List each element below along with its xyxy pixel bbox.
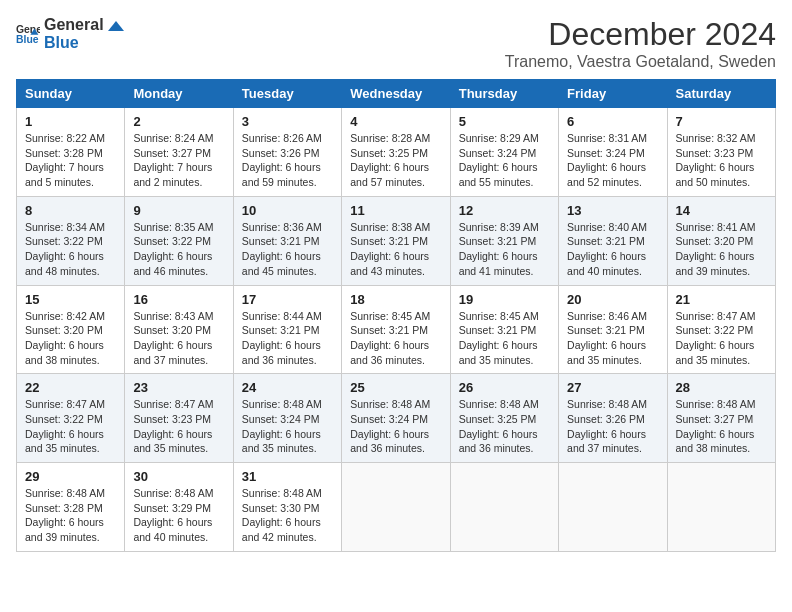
day-number: 16 [133, 292, 224, 307]
logo-blue: Blue [44, 34, 128, 52]
day-number: 11 [350, 203, 441, 218]
main-title: December 2024 [505, 16, 776, 53]
calendar-cell: 25Sunrise: 8:48 AMSunset: 3:24 PMDayligh… [342, 374, 450, 463]
day-number: 18 [350, 292, 441, 307]
day-info: Sunrise: 8:32 AMSunset: 3:23 PMDaylight:… [676, 131, 767, 190]
day-info: Sunrise: 8:39 AMSunset: 3:21 PMDaylight:… [459, 220, 550, 279]
calendar-cell: 2Sunrise: 8:24 AMSunset: 3:27 PMDaylight… [125, 108, 233, 197]
day-info: Sunrise: 8:48 AMSunset: 3:25 PMDaylight:… [459, 397, 550, 456]
calendar-cell: 9Sunrise: 8:35 AMSunset: 3:22 PMDaylight… [125, 196, 233, 285]
day-number: 5 [459, 114, 550, 129]
day-number: 7 [676, 114, 767, 129]
svg-marker-3 [108, 21, 124, 31]
calendar-cell: 1Sunrise: 8:22 AMSunset: 3:28 PMDaylight… [17, 108, 125, 197]
logo-icon: General Blue [16, 22, 40, 46]
title-area: December 2024 Tranemo, Vaestra Goetaland… [505, 16, 776, 71]
calendar-cell: 22Sunrise: 8:47 AMSunset: 3:22 PMDayligh… [17, 374, 125, 463]
calendar-cell [450, 463, 558, 552]
day-info: Sunrise: 8:48 AMSunset: 3:29 PMDaylight:… [133, 486, 224, 545]
week-row-3: 15Sunrise: 8:42 AMSunset: 3:20 PMDayligh… [17, 285, 776, 374]
calendar-cell: 23Sunrise: 8:47 AMSunset: 3:23 PMDayligh… [125, 374, 233, 463]
calendar-cell: 31Sunrise: 8:48 AMSunset: 3:30 PMDayligh… [233, 463, 341, 552]
calendar-cell: 24Sunrise: 8:48 AMSunset: 3:24 PMDayligh… [233, 374, 341, 463]
calendar-cell: 12Sunrise: 8:39 AMSunset: 3:21 PMDayligh… [450, 196, 558, 285]
calendar-cell [342, 463, 450, 552]
day-number: 1 [25, 114, 116, 129]
day-number: 8 [25, 203, 116, 218]
calendar-table: SundayMondayTuesdayWednesdayThursdayFrid… [16, 79, 776, 552]
day-info: Sunrise: 8:35 AMSunset: 3:22 PMDaylight:… [133, 220, 224, 279]
day-info: Sunrise: 8:48 AMSunset: 3:26 PMDaylight:… [567, 397, 658, 456]
svg-text:Blue: Blue [16, 33, 39, 44]
calendar-cell [559, 463, 667, 552]
day-info: Sunrise: 8:34 AMSunset: 3:22 PMDaylight:… [25, 220, 116, 279]
day-info: Sunrise: 8:26 AMSunset: 3:26 PMDaylight:… [242, 131, 333, 190]
day-info: Sunrise: 8:46 AMSunset: 3:21 PMDaylight:… [567, 309, 658, 368]
day-info: Sunrise: 8:48 AMSunset: 3:24 PMDaylight:… [350, 397, 441, 456]
day-info: Sunrise: 8:24 AMSunset: 3:27 PMDaylight:… [133, 131, 224, 190]
day-number: 24 [242, 380, 333, 395]
day-info: Sunrise: 8:44 AMSunset: 3:21 PMDaylight:… [242, 309, 333, 368]
day-number: 19 [459, 292, 550, 307]
day-number: 3 [242, 114, 333, 129]
day-number: 4 [350, 114, 441, 129]
day-number: 14 [676, 203, 767, 218]
calendar-cell: 6Sunrise: 8:31 AMSunset: 3:24 PMDaylight… [559, 108, 667, 197]
day-info: Sunrise: 8:38 AMSunset: 3:21 PMDaylight:… [350, 220, 441, 279]
day-number: 30 [133, 469, 224, 484]
header-monday: Monday [125, 80, 233, 108]
day-number: 21 [676, 292, 767, 307]
day-number: 22 [25, 380, 116, 395]
day-info: Sunrise: 8:43 AMSunset: 3:20 PMDaylight:… [133, 309, 224, 368]
day-info: Sunrise: 8:47 AMSunset: 3:22 PMDaylight:… [676, 309, 767, 368]
calendar-cell: 7Sunrise: 8:32 AMSunset: 3:23 PMDaylight… [667, 108, 775, 197]
day-info: Sunrise: 8:41 AMSunset: 3:20 PMDaylight:… [676, 220, 767, 279]
week-row-4: 22Sunrise: 8:47 AMSunset: 3:22 PMDayligh… [17, 374, 776, 463]
calendar-cell [667, 463, 775, 552]
day-info: Sunrise: 8:40 AMSunset: 3:21 PMDaylight:… [567, 220, 658, 279]
calendar-cell: 26Sunrise: 8:48 AMSunset: 3:25 PMDayligh… [450, 374, 558, 463]
day-number: 23 [133, 380, 224, 395]
day-info: Sunrise: 8:48 AMSunset: 3:24 PMDaylight:… [242, 397, 333, 456]
day-info: Sunrise: 8:42 AMSunset: 3:20 PMDaylight:… [25, 309, 116, 368]
calendar-cell: 8Sunrise: 8:34 AMSunset: 3:22 PMDaylight… [17, 196, 125, 285]
day-info: Sunrise: 8:48 AMSunset: 3:27 PMDaylight:… [676, 397, 767, 456]
day-number: 12 [459, 203, 550, 218]
header-sunday: Sunday [17, 80, 125, 108]
calendar-cell: 30Sunrise: 8:48 AMSunset: 3:29 PMDayligh… [125, 463, 233, 552]
calendar-cell: 10Sunrise: 8:36 AMSunset: 3:21 PMDayligh… [233, 196, 341, 285]
calendar-cell: 27Sunrise: 8:48 AMSunset: 3:26 PMDayligh… [559, 374, 667, 463]
calendar-cell: 15Sunrise: 8:42 AMSunset: 3:20 PMDayligh… [17, 285, 125, 374]
page-header: General Blue General Blue December 2024 … [16, 16, 776, 71]
day-number: 27 [567, 380, 658, 395]
header-thursday: Thursday [450, 80, 558, 108]
day-number: 13 [567, 203, 658, 218]
header-saturday: Saturday [667, 80, 775, 108]
calendar-cell: 19Sunrise: 8:45 AMSunset: 3:21 PMDayligh… [450, 285, 558, 374]
header-wednesday: Wednesday [342, 80, 450, 108]
day-number: 9 [133, 203, 224, 218]
day-info: Sunrise: 8:48 AMSunset: 3:28 PMDaylight:… [25, 486, 116, 545]
day-number: 31 [242, 469, 333, 484]
day-info: Sunrise: 8:22 AMSunset: 3:28 PMDaylight:… [25, 131, 116, 190]
calendar-cell: 18Sunrise: 8:45 AMSunset: 3:21 PMDayligh… [342, 285, 450, 374]
calendar-cell: 17Sunrise: 8:44 AMSunset: 3:21 PMDayligh… [233, 285, 341, 374]
day-number: 17 [242, 292, 333, 307]
calendar-cell: 21Sunrise: 8:47 AMSunset: 3:22 PMDayligh… [667, 285, 775, 374]
week-row-1: 1Sunrise: 8:22 AMSunset: 3:28 PMDaylight… [17, 108, 776, 197]
day-number: 15 [25, 292, 116, 307]
day-info: Sunrise: 8:28 AMSunset: 3:25 PMDaylight:… [350, 131, 441, 190]
calendar-cell: 29Sunrise: 8:48 AMSunset: 3:28 PMDayligh… [17, 463, 125, 552]
day-number: 26 [459, 380, 550, 395]
header-tuesday: Tuesday [233, 80, 341, 108]
day-info: Sunrise: 8:29 AMSunset: 3:24 PMDaylight:… [459, 131, 550, 190]
day-info: Sunrise: 8:31 AMSunset: 3:24 PMDaylight:… [567, 131, 658, 190]
day-number: 2 [133, 114, 224, 129]
day-info: Sunrise: 8:45 AMSunset: 3:21 PMDaylight:… [350, 309, 441, 368]
day-number: 28 [676, 380, 767, 395]
calendar-cell: 4Sunrise: 8:28 AMSunset: 3:25 PMDaylight… [342, 108, 450, 197]
week-row-5: 29Sunrise: 8:48 AMSunset: 3:28 PMDayligh… [17, 463, 776, 552]
day-info: Sunrise: 8:47 AMSunset: 3:22 PMDaylight:… [25, 397, 116, 456]
calendar-cell: 13Sunrise: 8:40 AMSunset: 3:21 PMDayligh… [559, 196, 667, 285]
calendar-cell: 16Sunrise: 8:43 AMSunset: 3:20 PMDayligh… [125, 285, 233, 374]
